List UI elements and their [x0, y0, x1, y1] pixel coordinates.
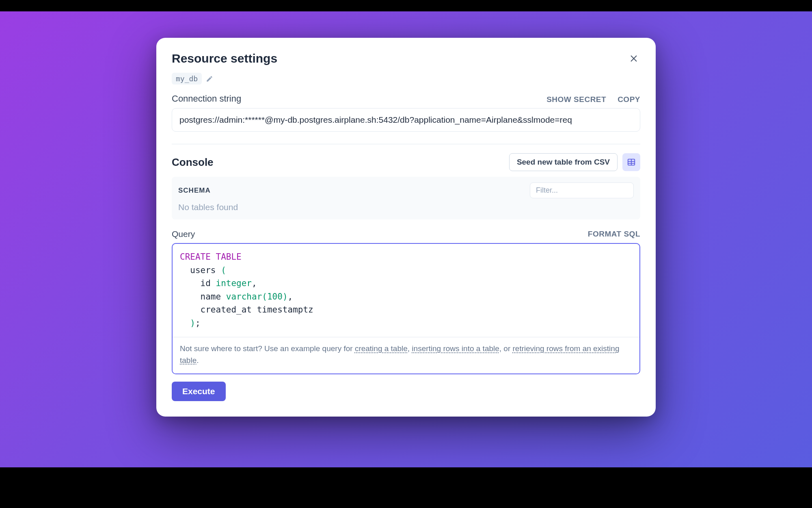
- format-sql-button[interactable]: FORMAT SQL: [588, 230, 640, 239]
- query-hint: Not sure where to start? Use an example …: [173, 337, 639, 373]
- schema-label: SCHEMA: [178, 187, 211, 195]
- table-icon: [627, 158, 636, 167]
- query-editor[interactable]: CREATE TABLE users ( id integer, name va…: [172, 243, 640, 374]
- console-title: Console: [172, 156, 214, 169]
- hint-link-insert-rows[interactable]: inserting rows into a table: [412, 344, 499, 353]
- resource-settings-modal: Resource settings my_db Connection strin…: [156, 38, 656, 417]
- background-panel: Resource settings my_db Connection strin…: [0, 11, 812, 467]
- connection-string-label: Connection string: [172, 93, 241, 104]
- close-icon: [629, 54, 638, 63]
- rename-db-button[interactable]: [204, 74, 215, 84]
- modal-title: Resource settings: [172, 52, 277, 65]
- seed-new-table-button[interactable]: Seed new table from CSV: [509, 153, 618, 171]
- query-label: Query: [172, 229, 195, 239]
- db-name-chip[interactable]: my_db: [172, 73, 202, 85]
- table-view-button[interactable]: [622, 153, 640, 171]
- execute-button[interactable]: Execute: [172, 382, 226, 401]
- copy-button[interactable]: COPY: [618, 95, 640, 104]
- pencil-icon: [206, 75, 213, 82]
- no-tables-message: No tables found: [178, 202, 634, 212]
- show-secret-button[interactable]: SHOW SECRET: [546, 95, 606, 104]
- connection-string-value[interactable]: postgres://admin:******@my-db.postgres.a…: [172, 108, 640, 132]
- schema-panel: SCHEMA No tables found: [172, 177, 640, 219]
- divider: [172, 144, 640, 144]
- hint-link-create-table[interactable]: creating a table: [355, 344, 408, 353]
- query-code[interactable]: CREATE TABLE users ( id integer, name va…: [173, 244, 639, 337]
- schema-filter-input[interactable]: [530, 182, 634, 198]
- hint-text: Not sure where to start? Use an example …: [180, 344, 355, 353]
- close-button[interactable]: [627, 52, 640, 65]
